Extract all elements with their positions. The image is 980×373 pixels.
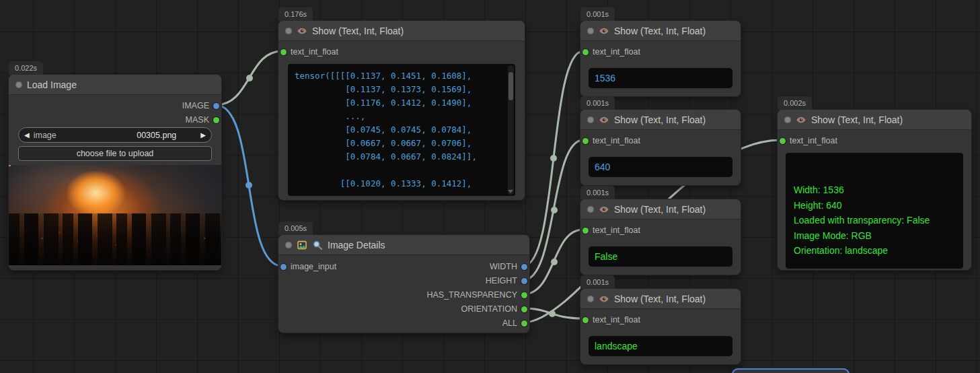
input-slot-image-input[interactable]: image_input [280,261,336,272]
node-header[interactable]: Image Details [278,235,529,255]
output-dot[interactable] [521,264,527,270]
slot-label: text_int_float [291,47,338,57]
output-dot-mask[interactable] [213,117,219,123]
node-show-height[interactable]: 0.001s Show (Text, Int, Float) text_int_… [580,109,741,186]
node-header[interactable]: Load Image [9,75,221,95]
slot-label: text_int_float [593,136,640,145]
slot-label: text_int_float [593,226,640,235]
output-slot-orientation[interactable]: ORIENTATION [461,304,527,314]
input-slot-text-int-float[interactable]: text_int_float [582,135,640,146]
input-slot-text-int-float[interactable]: text_int_float [582,314,640,325]
node-show-tensor[interactable]: 0.176s Show (Text, Int, Float) text_int_… [278,20,525,201]
input-dot[interactable] [582,49,589,55]
node-show-all[interactable]: 0.002s Show (Text, Int, Float) text_int_… [777,109,972,271]
output-dot[interactable] [521,278,527,284]
node-title: Show (Text, Int, Float) [811,114,903,125]
output-dot[interactable] [521,306,527,312]
link-dot [549,310,556,317]
value-display[interactable]: 1536 [589,68,732,88]
collapse-dot-icon[interactable] [587,116,594,123]
scrollbar[interactable] [508,65,514,195]
slot-label: text_int_float [593,47,640,57]
combo-label: image [34,131,56,140]
input-slot-text-int-float[interactable]: text_int_float [280,46,338,57]
slot-label: HEIGHT [486,276,517,285]
partial-node-bottom[interactable] [732,368,850,373]
node-header[interactable]: Show (Text, Int, Float) [580,199,741,219]
choose-file-button[interactable]: choose file to upload [18,146,212,161]
output-slot-mask[interactable]: MASK [186,114,219,125]
scrollbar-thumb[interactable] [508,72,513,100]
combo-next-icon[interactable]: ▶ [200,132,206,139]
link-dot [246,182,252,189]
output-dot-image[interactable] [213,103,219,109]
eye-icon [599,114,609,125]
execution-time-badge: 0.005s [278,222,313,235]
node-load-image[interactable]: 0.022s Load Image IMAGE MASK ◀ image 003… [8,74,222,271]
collapse-dot-icon[interactable] [587,296,594,302]
output-slot-width[interactable]: WIDTH [490,261,527,272]
tensor-text: tensor([[[[0.1137, 0.1451, 0.1608], [0.1… [295,69,503,191]
node-graph-canvas[interactable]: 0.022s Load Image IMAGE MASK ◀ image 003… [0,0,980,373]
value-display[interactable]: False [589,246,732,267]
slot-label: ALL [502,318,517,328]
tensor-output-textarea[interactable]: tensor([[[[0.1137, 0.1451, 0.1608], [0.1… [288,64,515,196]
input-slot-text-int-float[interactable]: text_int_float [780,135,837,146]
collapse-dot-icon[interactable] [15,81,22,88]
node-title: Show (Text, Int, Float) [614,26,706,36]
combo-prev-icon[interactable]: ◀ [24,132,30,139]
execution-time-badge: 0.001s [580,96,615,110]
slot-label: text_int_float [790,136,837,145]
node-header[interactable]: Show (Text, Int, Float) [580,289,741,309]
scroll-down-icon[interactable] [508,190,513,193]
execution-time-badge: 0.001s [580,7,615,21]
input-dot[interactable] [780,138,786,144]
slot-label: image_input [291,262,336,271]
collapse-dot-icon[interactable] [285,242,292,248]
node-header[interactable]: Show (Text, Int, Float) [580,21,741,41]
value-display[interactable]: landscape [589,336,732,356]
link-dot [551,259,558,265]
slot-label: WIDTH [490,262,517,271]
details-output-textarea[interactable]: Width: 1536 Height: 640 Loaded with tran… [786,153,963,269]
input-dot[interactable] [582,138,589,144]
input-dot[interactable] [280,49,287,55]
node-image-details[interactable]: 0.005s Image Details image_input WIDTH H… [278,234,530,333]
output-dot[interactable] [521,320,527,327]
collapse-dot-icon[interactable] [587,28,594,34]
collapse-dot-icon[interactable] [285,28,292,34]
combo-value: 00305.png [137,131,176,140]
collapse-dot-icon[interactable] [784,116,791,123]
input-slot-text-int-float[interactable]: text_int_float [582,46,640,57]
output-dot[interactable] [521,292,527,298]
execution-time-badge: 0.001s [580,186,615,199]
eye-icon [297,26,307,36]
input-dot[interactable] [280,264,287,270]
node-show-orientation[interactable]: 0.001s Show (Text, Int, Float) text_int_… [580,288,741,365]
slot-label: IMAGE [182,101,209,110]
magnifier-icon [312,240,323,250]
node-show-width[interactable]: 0.001s Show (Text, Int, Float) text_int_… [580,20,741,97]
node-title: Show (Text, Int, Float) [614,204,706,215]
execution-time-badge: 0.176s [278,7,313,21]
link-dot [551,207,558,213]
output-slot-has-transparency[interactable]: HAS_TRANSPARENCY [426,290,527,300]
input-dot[interactable] [582,317,589,323]
link-dot [246,75,253,81]
node-header[interactable]: Show (Text, Int, Float) [580,110,741,130]
node-header[interactable]: Show (Text, Int, Float) [278,21,525,41]
slot-label: ORIENTATION [461,304,517,314]
collapse-dot-icon[interactable] [587,206,594,213]
input-dot[interactable] [582,228,589,234]
output-slot-image[interactable]: IMAGE [182,100,219,111]
node-header[interactable]: Show (Text, Int, Float) [778,110,971,130]
output-slot-all[interactable]: ALL [502,318,527,329]
eye-icon [599,204,609,215]
node-show-transparency[interactable]: 0.001s Show (Text, Int, Float) text_int_… [580,199,741,275]
execution-time-badge: 0.022s [9,61,43,75]
input-slot-text-int-float[interactable]: text_int_float [582,225,640,236]
value-display[interactable]: 640 [589,157,732,177]
node-title: Show (Text, Int, Float) [614,114,706,125]
output-slot-height[interactable]: HEIGHT [486,275,527,286]
image-filename-combo[interactable]: ◀ image 00305.png ▶ [18,127,212,143]
